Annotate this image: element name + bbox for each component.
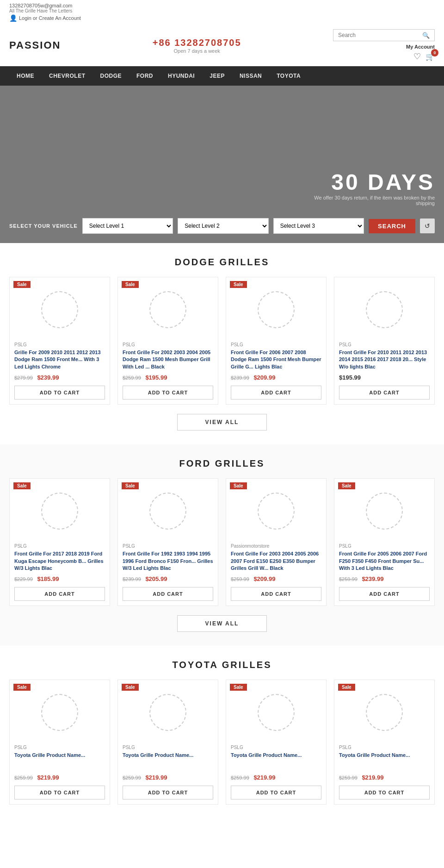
nav-chevrolet[interactable]: CHEVROLET — [42, 66, 93, 86]
ford-product-3: Sale Passionmotorstore Front Grille For … — [226, 478, 327, 606]
ford-image-3 — [258, 493, 295, 530]
toyota-image-wrap-3 — [231, 685, 321, 740]
nav-dodge[interactable]: DODGE — [93, 66, 130, 86]
ford-sale-badge-4: Sale — [338, 482, 355, 489]
ford-image-1 — [41, 493, 78, 530]
ford-brand-2: PSLG — [123, 543, 213, 549]
search-button[interactable] — [422, 31, 430, 39]
nav-toyota[interactable]: TOYOTA — [269, 66, 308, 86]
hero-banner: 30 DAYS We offer 30 days return, if the … — [0, 86, 444, 243]
cart-button[interactable]: 0 — [426, 52, 435, 62]
add-to-cart-ford-3[interactable]: ADD CART — [231, 587, 321, 601]
product-name-2[interactable]: Front Grille For 2002 2003 2004 2005 Dod… — [123, 349, 213, 370]
toyota-orig-price-1: $259.99 — [14, 775, 33, 781]
add-to-cart-dodge-4[interactable]: ADD CART — [339, 386, 430, 400]
product-name-3[interactable]: Front Grille For 2006 2007 2008 Dodge Ra… — [231, 349, 321, 370]
search-input[interactable] — [338, 32, 422, 38]
dodge-product-3: Sale PSLG Front Grille For 2006 2007 200… — [226, 277, 327, 405]
product-prices-2: $259.99 $195.99 — [123, 374, 213, 381]
product-name-4[interactable]: Front Grille For 2010 2011 2012 2013 201… — [339, 349, 430, 370]
dodge-section-title: DODGE GRILLES — [9, 257, 435, 268]
add-to-cart-dodge-2[interactable]: ADD To CART — [123, 386, 213, 400]
ford-prices-2: $239.99 $205.99 — [123, 575, 213, 582]
toyota-name-1[interactable]: Toyota Grille Product Name... — [14, 752, 105, 770]
ford-product-1: Sale PSLG Front Grille For 2017 2018 201… — [9, 478, 110, 606]
add-to-cart-dodge-1[interactable]: ADD TO CART — [14, 386, 105, 400]
login-row[interactable]: Login or Create An Account — [9, 14, 435, 22]
toyota-prices-1: $259.99 $219.99 — [14, 774, 105, 781]
add-to-cart-ford-1[interactable]: ADD CART — [14, 587, 105, 601]
nav-jeep[interactable]: JEEP — [202, 66, 232, 86]
toyota-prices-2: $259.99 $219.99 — [123, 774, 213, 781]
ford-name-4[interactable]: Front Grille For 2005 2006 2007 Ford F25… — [339, 550, 430, 572]
my-account-label: My Account — [406, 44, 435, 50]
vehicle-search-button[interactable]: SEARCH — [369, 219, 415, 233]
dodge-view-all-button[interactable]: VIEW ALL — [177, 414, 267, 431]
person-icon — [9, 14, 17, 22]
ford-sale-price-1: $185.99 — [37, 575, 59, 582]
dodge-product-grid: Sale PSLG Grille For 2009 2010 2011 2012… — [9, 277, 435, 405]
add-to-cart-toyota-3[interactable]: ADD TO CART — [231, 786, 321, 799]
nav-home[interactable]: HOME — [9, 66, 42, 86]
toyota-prices-4: $259.99 $219.99 — [339, 774, 430, 781]
ford-grilles-section: FORD GRILLES Sale PSLG Front Grille For … — [0, 444, 444, 646]
toyota-orig-price-2: $259.99 — [123, 775, 141, 781]
add-to-cart-toyota-2[interactable]: ADD TO CART — [123, 786, 213, 799]
ford-name-1[interactable]: Front Grille For 2017 2018 2019 Ford Kug… — [14, 550, 105, 572]
toyota-image-wrap-1 — [14, 685, 105, 740]
add-to-cart-ford-2[interactable]: ADD CART — [123, 587, 213, 601]
ford-sale-badge-2: Sale — [122, 482, 139, 489]
logo[interactable]: PASSION — [9, 39, 61, 51]
toyota-name-2[interactable]: Toyota Grille Product Name... — [123, 752, 213, 770]
ford-prices-4: $259.99 $239.99 — [339, 575, 430, 582]
nav-ford[interactable]: FORD — [129, 66, 160, 86]
product-brand-3: PSLG — [231, 342, 321, 347]
toyota-image-wrap-2 — [123, 685, 213, 740]
sale-badge-3: Sale — [230, 281, 247, 288]
dodge-product-4: PSLG Front Grille For 2010 2011 2012 201… — [334, 277, 435, 405]
toyota-section-title: TOYOTA GRILLES — [9, 660, 435, 670]
search-icon — [422, 31, 430, 39]
nav-nissan[interactable]: NISSAN — [232, 66, 269, 86]
level3-select[interactable]: Select Level 3 — [273, 218, 364, 234]
toyota-brand-1: PSLG — [14, 745, 105, 750]
reset-icon: ↺ — [425, 222, 430, 230]
ford-sale-price-3: $209.99 — [253, 575, 275, 582]
level1-select[interactable]: Select Level 1 — [82, 218, 173, 234]
heart-icon — [413, 52, 421, 61]
sale-badge-1: Sale — [13, 281, 31, 288]
nav-hyundai[interactable]: HYUNDAI — [160, 66, 202, 86]
hero-text: 30 DAYS We offer 30 days return, if the … — [296, 169, 435, 206]
toyota-product-2: Sale PSLG Toyota Grille Product Name... … — [117, 680, 218, 805]
toyota-product-4: Sale PSLG Toyota Grille Product Name... … — [334, 680, 435, 805]
toyota-sale-price-2: $219.99 — [145, 774, 167, 781]
add-to-cart-ford-4[interactable]: ADD CART — [339, 587, 430, 601]
ford-sale-badge-3: Sale — [230, 482, 247, 489]
add-to-cart-dodge-3[interactable]: ADD CART — [231, 386, 321, 400]
hero-days: 30 DAYS — [296, 169, 435, 195]
phone-number: +86 13282708705 — [153, 37, 241, 48]
ford-brand-3: Passionmotorstore — [231, 543, 321, 549]
toyota-name-4[interactable]: Toyota Grille Product Name... — [339, 752, 430, 770]
search-box[interactable] — [333, 29, 435, 41]
ford-view-all-button[interactable]: VIEW ALL — [177, 615, 267, 632]
top-tagline: All The Grille Have The Letters — [9, 8, 435, 13]
toyota-sale-price-4: $219.99 — [362, 774, 383, 781]
login-link[interactable]: Login or Create An Account — [19, 15, 81, 21]
wishlist-button[interactable] — [413, 51, 421, 62]
toyota-sale-badge-1: Sale — [13, 684, 31, 691]
ford-name-3[interactable]: Front Grille For 2003 2004 2005 2006 200… — [231, 550, 321, 572]
add-to-cart-toyota-4[interactable]: ADD TO CART — [339, 786, 430, 799]
product-brand-2: PSLG — [123, 342, 213, 347]
add-to-cart-toyota-1[interactable]: ADD TO CART — [14, 786, 105, 799]
toyota-sale-badge-4: Sale — [338, 684, 355, 691]
original-price-3: $239.99 — [231, 375, 249, 381]
level2-select[interactable]: Select Level 2 — [178, 218, 268, 234]
product-name-1[interactable]: Grille For 2009 2010 2011 2012 2013 Dodg… — [14, 349, 105, 370]
toyota-image-4 — [366, 694, 403, 731]
toyota-brand-3: PSLG — [231, 745, 321, 750]
vehicle-reset-button[interactable]: ↺ — [420, 219, 435, 233]
toyota-name-3[interactable]: Toyota Grille Product Name... — [231, 752, 321, 770]
ford-name-2[interactable]: Front Grille For 1992 1993 1994 1995 199… — [123, 550, 213, 572]
sale-price-2: $195.99 — [145, 374, 167, 381]
